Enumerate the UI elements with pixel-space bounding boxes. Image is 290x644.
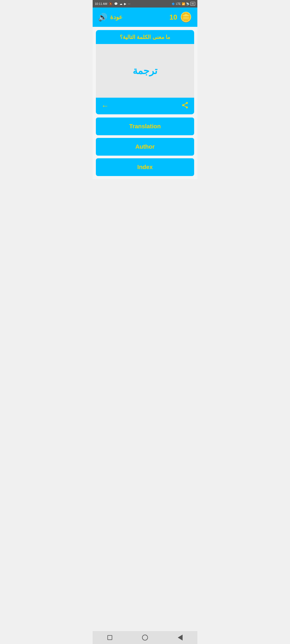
mute-icon: 🔕	[109, 2, 113, 6]
quiz-nav: ←	[96, 98, 194, 114]
back-arrow-button[interactable]: ←	[101, 102, 109, 110]
arabic-word: ترجمة	[133, 65, 157, 76]
nav-square-button[interactable]	[107, 635, 112, 640]
svg-point-2	[186, 107, 188, 108]
speaker-icon[interactable]: 🔊	[98, 13, 107, 22]
status-left: 10:11 AM 🔕 💬 ☁ ▶ ···	[95, 2, 130, 6]
svg-line-3	[184, 106, 186, 107]
status-right: 🔷 LTE 📶 📡 85	[172, 2, 195, 6]
weather-icon: ☁	[119, 2, 122, 6]
signal-icon: 📶	[182, 2, 185, 5]
quiz-question-area: ما معنى الكلمة التالية؟	[96, 30, 194, 44]
back-button[interactable]: عودة	[110, 14, 122, 21]
bluetooth-icon: 🔷	[172, 2, 175, 5]
quiz-card: ما معنى الكلمة التالية؟ ترجمة ←	[96, 30, 194, 114]
whatsapp-icon: 💬	[114, 2, 118, 6]
quiz-question-text: ما معنى الكلمة التالية؟	[120, 34, 171, 40]
svg-point-0	[186, 102, 188, 104]
answer-buttons: Translation Author Index	[96, 118, 194, 176]
lte-icon: LTE	[176, 2, 181, 5]
status-bar: 10:11 AM 🔕 💬 ☁ ▶ ··· 🔷 LTE 📶 📡 85	[93, 0, 197, 8]
app-header: 🔊 عودة 10 🪙	[93, 8, 197, 27]
wifi-icon: 📡	[186, 2, 189, 5]
answer-button-0[interactable]: Translation	[96, 118, 194, 135]
more-icon: ···	[128, 2, 130, 5]
main-content: ما معنى الكلمة التالية؟ ترجمة ← Translat…	[93, 27, 197, 179]
bottom-nav	[93, 631, 197, 644]
share-button[interactable]	[181, 101, 189, 111]
coin-count: 10	[169, 13, 177, 21]
battery-display: 85	[190, 2, 195, 6]
svg-line-4	[184, 104, 186, 105]
quiz-word-area: ترجمة	[96, 44, 194, 98]
answer-button-2[interactable]: Index	[96, 158, 194, 176]
nav-back-button[interactable]	[178, 635, 183, 641]
play-icon: ▶	[124, 2, 126, 6]
nav-home-button[interactable]	[142, 635, 148, 641]
time-display: 10:11 AM	[95, 2, 107, 5]
answer-button-1[interactable]: Author	[96, 138, 194, 156]
coins-icon: 🪙	[180, 12, 192, 23]
svg-point-1	[182, 104, 184, 106]
header-right: 10 🪙	[169, 12, 192, 23]
header-left: 🔊 عودة	[98, 13, 122, 22]
